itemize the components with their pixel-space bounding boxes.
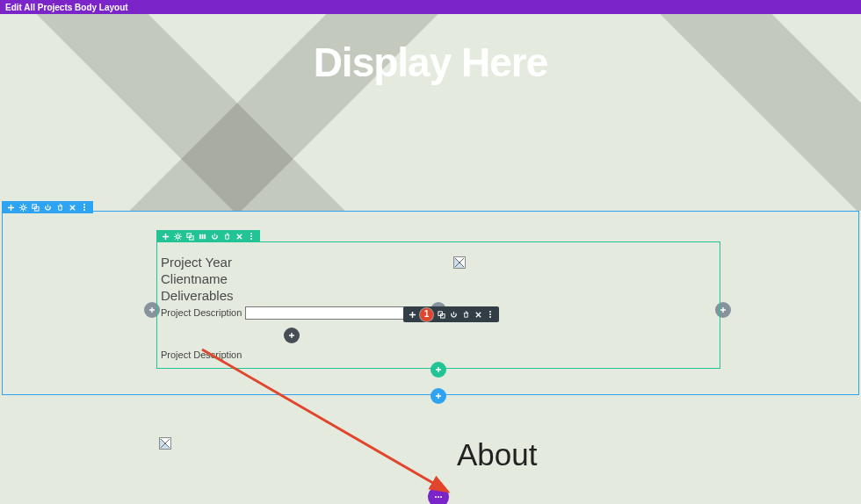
editor-top-bar: Edit All Projects Body Layout bbox=[0, 0, 861, 14]
trash-icon[interactable] bbox=[461, 310, 470, 319]
duplicate-icon[interactable] bbox=[437, 310, 445, 319]
duplicate-icon[interactable] bbox=[185, 232, 194, 241]
dots-icon[interactable] bbox=[486, 310, 495, 319]
gear-icon[interactable] bbox=[18, 203, 27, 212]
module-add-below-button[interactable] bbox=[284, 328, 300, 343]
deliverables-text: Deliverables bbox=[161, 288, 716, 304]
add-icon[interactable] bbox=[161, 232, 170, 241]
gear-icon[interactable] bbox=[173, 232, 182, 241]
dots-icon[interactable] bbox=[80, 203, 89, 212]
section-toolbar bbox=[2, 201, 93, 213]
power-icon[interactable] bbox=[210, 232, 219, 241]
svg-point-11 bbox=[435, 496, 437, 498]
columns-icon[interactable] bbox=[198, 232, 206, 241]
row-outline[interactable]: Project Year Clientname Deliverables Pro… bbox=[156, 241, 720, 369]
hero-section: Display Here bbox=[0, 14, 861, 211]
close-icon[interactable] bbox=[474, 310, 482, 319]
add-icon[interactable] bbox=[408, 310, 416, 319]
svg-point-13 bbox=[440, 496, 442, 498]
svg-point-3 bbox=[176, 234, 179, 238]
row-add-button[interactable] bbox=[430, 362, 446, 378]
svg-rect-7 bbox=[201, 234, 203, 238]
svg-rect-6 bbox=[199, 234, 200, 238]
broken-image-icon bbox=[453, 256, 466, 269]
duplicate-icon[interactable] bbox=[31, 203, 40, 212]
svg-point-0 bbox=[21, 205, 25, 209]
hero-heading: Display Here bbox=[0, 14, 861, 86]
clientname-text: Clientname bbox=[161, 271, 716, 287]
about-heading: About bbox=[457, 437, 537, 472]
close-icon[interactable] bbox=[68, 203, 76, 212]
row-toolbar bbox=[156, 230, 260, 242]
section-add-button[interactable] bbox=[430, 388, 446, 404]
trash-icon[interactable] bbox=[55, 203, 64, 212]
builder-menu-button[interactable] bbox=[428, 486, 449, 504]
project-description-inline-label: Project Description bbox=[161, 307, 242, 319]
svg-rect-8 bbox=[204, 234, 206, 238]
module-toolbar: 1 bbox=[403, 306, 499, 322]
row-text-content: Project Year Clientname Deliverables Pro… bbox=[157, 242, 720, 365]
broken-image-icon bbox=[159, 437, 171, 450]
add-icon[interactable] bbox=[6, 203, 15, 212]
dots-icon[interactable] bbox=[247, 232, 256, 241]
editor-top-title: Edit All Projects Body Layout bbox=[5, 3, 128, 12]
svg-point-12 bbox=[438, 496, 439, 498]
trash-icon[interactable] bbox=[222, 232, 231, 241]
project-year-text: Project Year bbox=[161, 255, 716, 270]
close-icon[interactable] bbox=[235, 232, 243, 241]
annotation-badge: 1 bbox=[420, 308, 433, 321]
project-description-text: Project Description bbox=[161, 349, 716, 361]
power-icon[interactable] bbox=[449, 310, 458, 319]
project-description-module[interactable]: Project Description 1 bbox=[161, 306, 716, 320]
power-icon[interactable] bbox=[43, 203, 52, 212]
project-description-input[interactable] bbox=[245, 306, 416, 320]
